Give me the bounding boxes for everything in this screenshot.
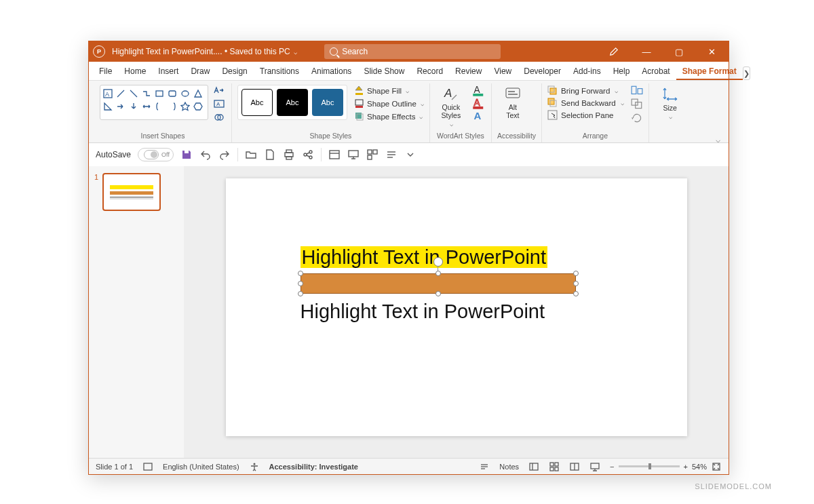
selected-shape[interactable] <box>301 273 576 294</box>
fit-window-icon[interactable] <box>711 461 722 472</box>
shape-hex-icon[interactable] <box>192 100 204 112</box>
shape-brace2-icon[interactable] <box>166 100 178 112</box>
resize-handle[interactable] <box>435 271 441 276</box>
shape-effects-button[interactable]: Shape Effects⌵ <box>354 111 424 122</box>
zoom-in-button[interactable]: + <box>684 463 688 471</box>
more-icon[interactable] <box>385 149 398 161</box>
edit-shape-icon[interactable] <box>212 85 226 96</box>
shape-connector-icon[interactable] <box>140 88 152 99</box>
shapes-gallery[interactable]: A <box>100 85 208 120</box>
tab-insert[interactable]: Insert <box>152 63 185 80</box>
tab-record[interactable]: Record <box>410 63 449 80</box>
new-icon[interactable] <box>264 149 276 161</box>
shape-triangle-icon[interactable] <box>192 88 204 99</box>
tab-transitions[interactable]: Transitions <box>254 63 305 80</box>
save-icon[interactable] <box>180 149 193 161</box>
shape-roundrect-icon[interactable] <box>166 88 178 99</box>
alt-text-button[interactable]: Alt Text <box>497 85 528 119</box>
selection-pane-button[interactable]: Selection Pane <box>547 109 624 121</box>
normal-view-icon[interactable] <box>528 461 539 472</box>
autosave-toggle[interactable]: Off <box>138 148 174 161</box>
resize-handle[interactable] <box>573 291 579 296</box>
resize-handle[interactable] <box>298 291 303 296</box>
shape-oval-icon[interactable] <box>179 88 191 99</box>
zoom-out-button[interactable]: − <box>610 463 614 471</box>
search-box[interactable]: Search <box>324 44 501 59</box>
resize-handle[interactable] <box>573 281 579 286</box>
shape-doublearrow-icon[interactable] <box>140 100 152 112</box>
text-outline-icon[interactable]: A <box>472 98 486 109</box>
size-button[interactable]: Size⌵ <box>655 85 686 120</box>
rotate-handle-icon[interactable] <box>433 257 443 267</box>
shape-line-icon[interactable] <box>115 88 126 99</box>
bring-forward-button[interactable]: Bring Forward⌵ <box>547 85 624 96</box>
align-icon[interactable] <box>631 85 643 96</box>
slide[interactable]: Highlight Text in PowerPoint Highlight T… <box>226 178 687 436</box>
tab-help[interactable]: Help <box>607 63 636 80</box>
style-preset-2[interactable]: Abc <box>277 89 308 116</box>
merge-shapes-icon[interactable] <box>212 112 226 123</box>
pencil-icon[interactable] <box>601 41 627 62</box>
qat-dropdown-icon[interactable] <box>404 149 416 161</box>
spellcheck-icon[interactable] <box>142 461 153 472</box>
zoom-level[interactable]: 54% <box>692 463 707 471</box>
notes-icon[interactable] <box>479 461 490 472</box>
style-preset-1[interactable]: Abc <box>241 89 273 116</box>
send-backward-button[interactable]: Send Backward⌵ <box>547 97 624 109</box>
shape-fill-button[interactable]: Shape Fill⌵ <box>354 85 424 96</box>
highlighted-text[interactable]: Highlight Text in PowerPoint <box>301 246 548 269</box>
grid-icon[interactable] <box>366 149 379 161</box>
print-icon[interactable] <box>283 149 295 161</box>
redo-icon[interactable] <box>218 149 231 161</box>
tab-developer[interactable]: Developer <box>518 63 567 80</box>
share-icon[interactable] <box>302 149 314 161</box>
shape-arrow-icon[interactable] <box>115 100 126 112</box>
resize-handle[interactable] <box>298 281 303 286</box>
rotate-icon[interactable] <box>631 112 643 123</box>
ribbon-collapse-icon[interactable]: ⌵ <box>716 135 720 144</box>
shape-rect-icon[interactable] <box>153 88 165 99</box>
text-effects-icon[interactable]: A <box>472 111 486 121</box>
notes-button[interactable]: Notes <box>499 463 519 471</box>
layout-icon[interactable] <box>328 149 341 161</box>
tab-review[interactable]: Review <box>449 63 488 80</box>
tab-file[interactable]: File <box>93 63 118 80</box>
present-icon[interactable] <box>347 149 360 161</box>
style-preset-3[interactable]: Abc <box>312 89 343 116</box>
tab-view[interactable]: View <box>488 63 518 80</box>
tab-design[interactable]: Design <box>216 63 253 80</box>
reading-view-icon[interactable] <box>569 461 580 472</box>
group-icon[interactable] <box>631 98 643 109</box>
accessibility-status[interactable]: Accessibility: Investigate <box>269 463 358 471</box>
ribbon-overflow-button[interactable]: ❯ <box>743 66 750 80</box>
shape-star-icon[interactable] <box>179 100 191 112</box>
shape-line2-icon[interactable] <box>128 88 139 99</box>
shape-arrowdown-icon[interactable] <box>128 100 139 112</box>
tab-draw[interactable]: Draw <box>185 63 216 80</box>
resize-handle[interactable] <box>435 291 441 296</box>
tab-addins[interactable]: Add-ins <box>567 63 607 80</box>
slide-canvas-area[interactable]: Highlight Text in PowerPoint Highlight T… <box>184 166 729 458</box>
textbox-icon[interactable]: A <box>212 98 226 109</box>
resize-handle[interactable] <box>298 271 303 276</box>
shape-textbox-icon[interactable]: A <box>102 88 113 99</box>
resize-handle[interactable] <box>573 271 579 276</box>
tab-shape-format[interactable]: Shape Format <box>676 63 743 80</box>
shape-brace-icon[interactable] <box>153 100 165 112</box>
tab-acrobat[interactable]: Acrobat <box>636 63 676 80</box>
close-button[interactable]: ✕ <box>699 41 724 62</box>
tab-animations[interactable]: Animations <box>305 63 357 80</box>
slide-thumbnail[interactable] <box>102 173 161 211</box>
tab-home[interactable]: Home <box>118 63 152 80</box>
minimize-button[interactable]: — <box>634 41 659 62</box>
zoom-slider[interactable] <box>619 465 680 467</box>
language-label[interactable]: English (United States) <box>163 463 239 471</box>
tab-slideshow[interactable]: Slide Show <box>357 63 410 80</box>
open-icon[interactable] <box>245 149 257 161</box>
quick-styles-button[interactable]: A Quick Styles⌵ <box>435 85 467 128</box>
plain-text[interactable]: Highlight Text in PowerPoint <box>301 301 545 323</box>
text-fill-icon[interactable]: A <box>472 85 486 96</box>
sorter-view-icon[interactable] <box>549 461 560 472</box>
style-gallery[interactable]: Abc Abc Abc <box>237 85 347 120</box>
maximize-button[interactable]: ▢ <box>666 41 692 62</box>
